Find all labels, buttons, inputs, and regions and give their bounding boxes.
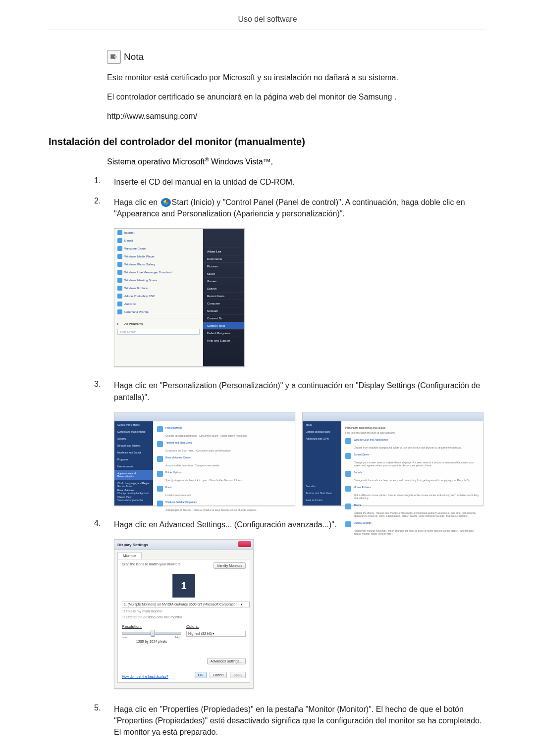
start-right-item[interactable]: Computer bbox=[203, 300, 244, 307]
start-right-item[interactable]: Pictures bbox=[203, 262, 244, 270]
category-icon bbox=[157, 486, 163, 492]
cp-category[interactable]: Fonts bbox=[157, 484, 291, 494]
start-right-item[interactable]: Network bbox=[203, 307, 244, 314]
start-menu-item[interactable]: Command Prompt bbox=[114, 308, 203, 316]
pz-footer-link[interactable]: See also bbox=[303, 483, 341, 490]
start-right-item[interactable]: Help and Support bbox=[203, 337, 244, 344]
cp-category-sub[interactable]: Customize the Start menu · Customize ico… bbox=[165, 449, 291, 454]
ok-button[interactable]: OK bbox=[195, 672, 207, 678]
check-main-monitor[interactable]: ☐ This is my main monitor bbox=[122, 609, 246, 613]
start-menu-item[interactable]: Internet bbox=[114, 229, 203, 237]
cp-category[interactable]: Personalization bbox=[157, 424, 291, 434]
cp-footer-link[interactable]: View sidebar properties bbox=[114, 497, 153, 504]
os-suffix: , bbox=[271, 157, 273, 166]
cp-category-sub[interactable]: Install or remove a font bbox=[165, 494, 291, 499]
start-right-item[interactable]: Default Programs bbox=[203, 329, 244, 337]
start-menu-item[interactable]: Windows Meeting Space bbox=[114, 276, 203, 284]
start-menu-item[interactable]: Windows Live Messenger Download bbox=[114, 268, 203, 276]
program-icon bbox=[117, 302, 122, 306]
cp-sidebar-item[interactable]: Security bbox=[114, 435, 153, 442]
dialog-title: Display Settings bbox=[117, 543, 148, 547]
pz-item[interactable]: Window Color and Appearance bbox=[345, 436, 479, 446]
cp-category-title: Taskbar and Start Menu bbox=[165, 441, 192, 447]
pz-item-icon bbox=[345, 453, 351, 459]
start-menu-item[interactable]: AutoDoc bbox=[114, 300, 203, 308]
pz-footer-link[interactable]: Ease of Access bbox=[303, 497, 341, 504]
header-divider bbox=[49, 30, 486, 30]
start-right-item[interactable]: Control Panel bbox=[203, 322, 244, 329]
category-icon bbox=[157, 501, 163, 506]
cp-sidebar-item[interactable]: Hardware and Sound bbox=[114, 449, 153, 456]
start-menu-item[interactable]: Welcome Center bbox=[114, 245, 203, 252]
start-right-item[interactable]: Recent Items bbox=[203, 292, 244, 300]
start-right-item[interactable]: Games bbox=[203, 277, 244, 285]
cp-sidebar-item[interactable]: Control Panel Home bbox=[114, 421, 153, 428]
pz-item-icon bbox=[345, 486, 351, 492]
pz-sidebar-item[interactable]: Change desktop icons bbox=[303, 428, 341, 435]
identify-monitors-button[interactable]: Identify Monitors bbox=[214, 562, 246, 569]
check-extend-desktop[interactable]: ☐ Extend the desktop onto this monitor bbox=[122, 615, 246, 619]
cp-sidebar-item[interactable]: User Accounts bbox=[114, 463, 153, 470]
start-menu-label: Welcome Center bbox=[124, 247, 147, 250]
pz-item[interactable]: Mouse Pointers bbox=[345, 484, 479, 494]
start-search-input[interactable]: Start Search bbox=[117, 329, 200, 335]
advanced-settings-button[interactable]: Advanced Settings... bbox=[207, 658, 246, 664]
start-menu-item[interactable]: Windows Photo Gallery bbox=[114, 260, 203, 268]
res-high: High bbox=[175, 636, 181, 639]
cp-footer-link[interactable]: Recent Tasks bbox=[114, 483, 153, 490]
monitor-preview[interactable]: 1 bbox=[172, 574, 195, 598]
pz-item[interactable]: Theme bbox=[345, 502, 479, 511]
start-menu-item[interactable]: E-mail bbox=[114, 237, 203, 245]
pz-item-title: Window Color and Appearance bbox=[354, 438, 388, 444]
cp-category[interactable]: Folder Options bbox=[157, 469, 291, 479]
start-menu-item[interactable]: Windows Explorer bbox=[114, 284, 203, 292]
dialog-tab-monitor[interactable]: Monitor bbox=[117, 552, 142, 559]
resolution-slider[interactable] bbox=[122, 632, 181, 635]
cp-sidebar-item[interactable]: Appearance and Personalization bbox=[114, 470, 153, 480]
close-icon[interactable] bbox=[238, 541, 251, 547]
pz-sidebar-item[interactable]: Tasks bbox=[303, 421, 341, 428]
program-icon bbox=[117, 238, 122, 243]
registered-symbol: ® bbox=[205, 156, 209, 162]
pz-item[interactable]: Sounds bbox=[345, 469, 479, 479]
start-right-item[interactable]: Connect To bbox=[203, 314, 244, 322]
page-header: Uso del software bbox=[49, 15, 486, 28]
program-icon bbox=[117, 286, 122, 291]
pz-sidebar-item[interactable]: Adjust font size (DPI) bbox=[303, 435, 341, 442]
start-right-item[interactable]: Documents bbox=[203, 255, 244, 262]
cp-category-sub[interactable]: Change desktop background · Customize co… bbox=[165, 434, 291, 439]
cp-category-sub[interactable]: Add gadgets to Sidebar · Choose whether … bbox=[165, 508, 291, 513]
colors-select[interactable]: Highest (32 bit) ▾ bbox=[186, 631, 246, 637]
cp-sidebar-item[interactable]: System and Maintenance bbox=[114, 428, 153, 435]
cp-category-sub[interactable]: Accommodate low vision · Change screen r… bbox=[165, 464, 291, 469]
os-prefix: Sistema operativo Microsoft bbox=[107, 157, 205, 166]
cp-sidebar-item[interactable]: Programs bbox=[114, 456, 153, 463]
note-label: Nota bbox=[124, 51, 144, 62]
start-menu-item[interactable]: Windows Media Player bbox=[114, 252, 203, 260]
cp-footer-link[interactable]: Change desktop background bbox=[114, 490, 153, 497]
pz-item[interactable]: Screen Saver bbox=[345, 451, 479, 461]
start-menu-label: Windows Media Player bbox=[124, 255, 155, 258]
start-menu-item[interactable]: Adobe Photoshop CS2 bbox=[114, 292, 203, 300]
cp-sidebar-item[interactable]: Network and Internet bbox=[114, 442, 153, 449]
monitor-select[interactable]: 1. (Multiple Monitors) on NVIDIA GeForce… bbox=[122, 602, 250, 607]
program-icon bbox=[117, 262, 122, 267]
start-right-item[interactable]: Search bbox=[203, 285, 244, 292]
pz-item[interactable]: Display Settings bbox=[345, 519, 479, 529]
pz-item-title: Sounds bbox=[354, 471, 362, 477]
step-2: 2. Haga clic en Start (Inicio) y "Contro… bbox=[94, 197, 486, 219]
step-3: 3. Haga clic en "Personalization (Person… bbox=[94, 380, 486, 403]
cp-category[interactable]: Taskbar and Start Menu bbox=[157, 439, 291, 449]
cancel-button[interactable]: Cancel bbox=[210, 672, 227, 678]
cp-category[interactable]: Windows Sidebar Properties bbox=[157, 499, 291, 508]
start-menu-label: Windows Explorer bbox=[124, 287, 148, 290]
pz-footer-link[interactable]: Taskbar and Start Menu bbox=[303, 490, 341, 497]
all-programs[interactable]: ▸All Programs bbox=[114, 320, 203, 327]
cp-category[interactable]: Ease of Access Center bbox=[157, 454, 291, 464]
start-right-item[interactable]: Music bbox=[203, 270, 244, 277]
step-1: 1. Inserte el CD del manual en la unidad… bbox=[94, 176, 486, 188]
apply-button[interactable]: Apply bbox=[230, 672, 246, 678]
best-display-link[interactable]: How do I get the best display? bbox=[122, 675, 168, 678]
cp-category-sub[interactable]: Specify single- or double-click to open … bbox=[165, 479, 291, 484]
step-5-number: 5. bbox=[94, 704, 114, 712]
